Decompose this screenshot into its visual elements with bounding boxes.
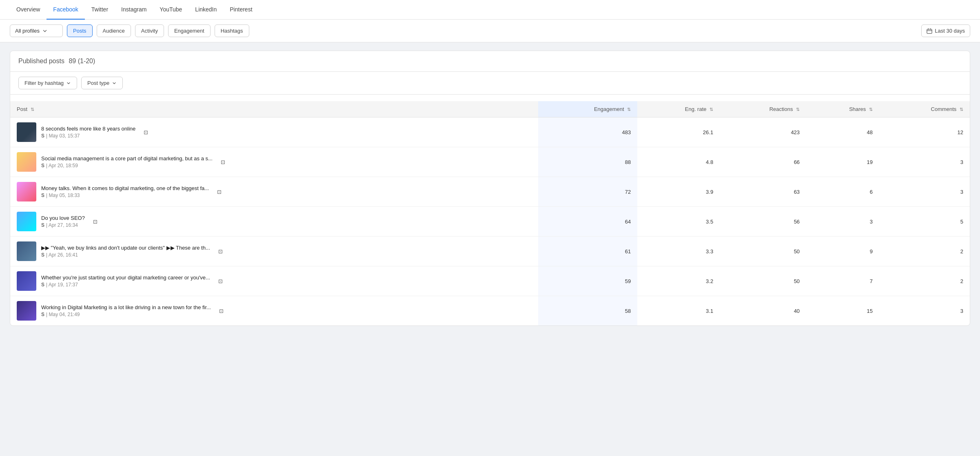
post-meta-separator: | Apr 19, 17:37 bbox=[46, 282, 78, 288]
post-reactions: 56 bbox=[720, 207, 806, 237]
post-source: S bbox=[41, 222, 44, 228]
post-reactions: 423 bbox=[720, 117, 806, 147]
profile-dropdown[interactable]: All profiles bbox=[10, 24, 63, 37]
table-row[interactable]: ▶▶ "Yeah, we buy links and don't update … bbox=[10, 237, 970, 266]
table-row[interactable]: Social media management is a core part o… bbox=[10, 147, 970, 177]
nav-pinterest[interactable]: Pinterest bbox=[223, 0, 259, 20]
table-row[interactable]: Do you love SEO? S | Apr 27, 16:34 ⊡ 64 … bbox=[10, 207, 970, 237]
post-cell-2: Social media management is a core part o… bbox=[10, 147, 538, 177]
post-info: Social media management is a core part o… bbox=[41, 155, 213, 168]
post-title: Do you love SEO? bbox=[41, 215, 85, 221]
post-meta: S | May 04, 21:49 bbox=[41, 312, 211, 317]
nav-linkedin[interactable]: LinkedIn bbox=[188, 0, 223, 20]
post-shares: 48 bbox=[806, 117, 879, 147]
post-shares: 15 bbox=[806, 296, 879, 326]
post-eng-rate: 3.2 bbox=[637, 266, 720, 296]
post-reactions: 50 bbox=[720, 237, 806, 266]
post-title: ▶▶ "Yeah, we buy links and don't update … bbox=[41, 245, 210, 251]
nav-youtube[interactable]: YouTube bbox=[153, 0, 188, 20]
post-shares: 7 bbox=[806, 266, 879, 296]
nav-twitter[interactable]: Twitter bbox=[85, 0, 115, 20]
post-comments: 12 bbox=[879, 117, 970, 147]
post-meta: S | Apr 19, 17:37 bbox=[41, 282, 210, 288]
post-type-icon: ⊡ bbox=[219, 308, 224, 314]
post-type-icon: ⊡ bbox=[93, 219, 98, 225]
post-cell-1: 8 seconds feels more like 8 years online… bbox=[10, 117, 538, 147]
post-cell-3: Money talks. When it comes to digital ma… bbox=[10, 177, 538, 207]
nav-instagram[interactable]: Instagram bbox=[115, 0, 153, 20]
nav-facebook[interactable]: Facebook bbox=[47, 0, 84, 20]
post-thumbnail bbox=[17, 152, 36, 172]
post-meta: S | Apr 27, 16:34 bbox=[41, 222, 85, 228]
post-comments: 3 bbox=[879, 296, 970, 326]
post-eng-rate: 3.5 bbox=[637, 207, 720, 237]
col-engagement[interactable]: Engagement ⇅ bbox=[538, 101, 638, 117]
tab-hashtags[interactable]: Hashtags bbox=[215, 24, 249, 37]
col-reactions[interactable]: Reactions ⇅ bbox=[720, 101, 806, 117]
col-shares[interactable]: Shares ⇅ bbox=[806, 101, 879, 117]
sub-header: All profiles Posts Audience Activity Eng… bbox=[0, 20, 980, 42]
post-eng-rate: 3.9 bbox=[637, 177, 720, 207]
post-reactions: 50 bbox=[720, 266, 806, 296]
profile-dropdown-label: All profiles bbox=[15, 28, 40, 34]
post-source: S bbox=[41, 163, 44, 168]
post-comments: 3 bbox=[879, 147, 970, 177]
table-row[interactable]: Money talks. When it comes to digital ma… bbox=[10, 177, 970, 207]
post-thumbnail bbox=[17, 212, 36, 231]
post-info: Money talks. When it comes to digital ma… bbox=[41, 185, 209, 198]
post-comments: 3 bbox=[879, 177, 970, 207]
posts-table-container: Published posts 89 (1-20) Filter by hash… bbox=[10, 51, 970, 326]
tab-activity[interactable]: Activity bbox=[135, 24, 164, 37]
post-type-icon: ⊡ bbox=[144, 129, 148, 135]
main-content: Published posts 89 (1-20) Filter by hash… bbox=[0, 42, 980, 334]
tab-engagement[interactable]: Engagement bbox=[168, 24, 211, 37]
post-source: S bbox=[41, 193, 44, 198]
post-info: Working in Digital Marketing is a lot li… bbox=[41, 304, 211, 317]
sort-icon-comments: ⇅ bbox=[960, 107, 963, 112]
table-row[interactable]: Whether you're just starting out your di… bbox=[10, 266, 970, 296]
sort-icon-post: ⇅ bbox=[31, 107, 34, 112]
table-row[interactable]: Working in Digital Marketing is a lot li… bbox=[10, 296, 970, 326]
filters-bar: Filter by hashtag Post type bbox=[10, 72, 970, 95]
post-info: Whether you're just starting out your di… bbox=[41, 274, 210, 288]
post-reactions: 63 bbox=[720, 177, 806, 207]
sort-icon-reactions: ⇅ bbox=[796, 107, 800, 112]
calendar-icon bbox=[927, 28, 932, 34]
post-title: 8 seconds feels more like 8 years online bbox=[41, 126, 135, 132]
post-reactions: 66 bbox=[720, 147, 806, 177]
post-thumbnail bbox=[17, 122, 36, 142]
tab-posts[interactable]: Posts bbox=[67, 24, 93, 37]
post-thumbnail bbox=[17, 301, 36, 321]
post-info: Do you love SEO? S | Apr 27, 16:34 bbox=[41, 215, 85, 228]
post-type-icon: ⊡ bbox=[218, 278, 223, 284]
post-type-icon: ⊡ bbox=[221, 159, 225, 165]
post-engagement: 58 bbox=[538, 296, 638, 326]
filter-hashtag-button[interactable]: Filter by hashtag bbox=[18, 77, 77, 89]
post-thumbnail bbox=[17, 271, 36, 291]
post-info: ▶▶ "Yeah, we buy links and don't update … bbox=[41, 245, 210, 258]
date-range-button[interactable]: Last 30 days bbox=[921, 24, 970, 37]
table-header-row: Post ⇅ Engagement ⇅ Eng. rate ⇅ Reaction… bbox=[10, 101, 970, 117]
nav-overview[interactable]: Overview bbox=[10, 0, 47, 20]
col-post[interactable]: Post ⇅ bbox=[10, 101, 538, 117]
post-meta: S | Apr 26, 16:41 bbox=[41, 252, 210, 258]
section-title: Published posts 89 (1-20) bbox=[18, 58, 95, 64]
table-row[interactable]: 8 seconds feels more like 8 years online… bbox=[10, 117, 970, 147]
post-engagement: 59 bbox=[538, 266, 638, 296]
tab-audience[interactable]: Audience bbox=[97, 24, 131, 37]
post-shares: 9 bbox=[806, 237, 879, 266]
post-thumbnail bbox=[17, 241, 36, 261]
post-eng-rate: 26.1 bbox=[637, 117, 720, 147]
post-shares: 6 bbox=[806, 177, 879, 207]
post-shares: 19 bbox=[806, 147, 879, 177]
post-eng-rate: 3.1 bbox=[637, 296, 720, 326]
post-type-icon: ⊡ bbox=[218, 248, 223, 255]
filter-post-type-button[interactable]: Post type bbox=[81, 77, 123, 89]
post-meta-separator: | Apr 20, 18:59 bbox=[46, 163, 78, 168]
post-meta-separator: | May 05, 18:33 bbox=[46, 193, 80, 198]
post-title: Working in Digital Marketing is a lot li… bbox=[41, 304, 211, 310]
post-source: S bbox=[41, 282, 44, 288]
col-comments[interactable]: Comments ⇅ bbox=[879, 101, 970, 117]
col-eng-rate[interactable]: Eng. rate ⇅ bbox=[637, 101, 720, 117]
sub-header-left: All profiles Posts Audience Activity Eng… bbox=[10, 24, 249, 37]
